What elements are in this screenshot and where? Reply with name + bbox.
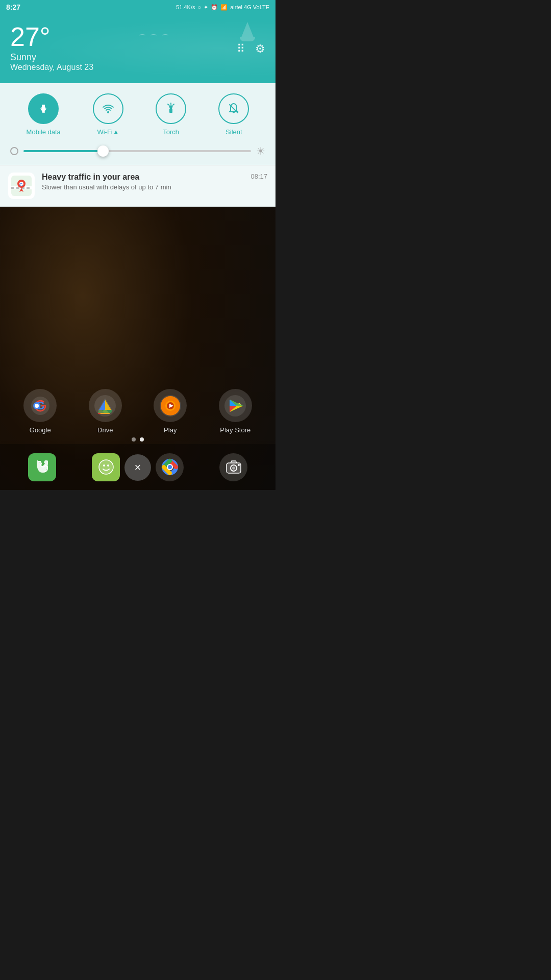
svg-point-20 xyxy=(103,464,105,467)
quick-tile-torch[interactable]: Torch xyxy=(156,93,186,136)
torch-circle xyxy=(156,93,186,124)
status-icons: 51.4K/s ○ ✦ ⏰ 📶 airtel 4G VoLTE xyxy=(176,4,269,11)
signal-icon: 📶 xyxy=(220,4,228,11)
svg-point-21 xyxy=(107,464,109,467)
svg-point-26 xyxy=(168,465,172,469)
carrier: airtel 4G VoLTE xyxy=(230,4,269,10)
dock-contacts[interactable] xyxy=(92,453,120,481)
svg-line-36 xyxy=(173,104,174,105)
settings-icon[interactable]: ⚙ xyxy=(255,42,265,56)
notification-body: Slower than usual with delays of up to 7… xyxy=(42,183,243,191)
svg-text:G: G xyxy=(19,182,23,187)
weather-actions: ⠿ ⚙ xyxy=(237,42,265,56)
weather-date: Wednesday, August 23 xyxy=(10,63,265,72)
app-play-store[interactable]: Play Store xyxy=(219,389,252,434)
close-notification-button[interactable]: × xyxy=(124,454,151,481)
svg-point-19 xyxy=(99,460,113,474)
bluetooth-icon: ✦ xyxy=(204,4,208,11)
svg-rect-32 xyxy=(169,109,172,113)
quick-settings-panel: Mobile data Wi-Fi▲ xyxy=(0,83,276,165)
play-music-label: Play xyxy=(164,426,177,434)
play-store-icon xyxy=(219,389,252,422)
quick-tile-silent[interactable]: Silent xyxy=(218,93,249,136)
page-dot-2 xyxy=(140,437,144,442)
alarm-icon: ⏰ xyxy=(211,4,218,11)
status-bar: 8:27 51.4K/s ○ ✦ ⏰ 📶 airtel 4G VoLTE xyxy=(0,0,276,14)
dock-camera[interactable] xyxy=(219,453,247,481)
dock: × xyxy=(0,444,276,490)
maps-app-icon: G xyxy=(8,173,35,199)
notification-time: 08:17 xyxy=(251,173,267,180)
google-icon: G xyxy=(23,389,57,422)
mobile-data-circle xyxy=(28,93,59,124)
notification-content: Heavy traffic in your area Slower than u… xyxy=(42,173,243,191)
grid-icon[interactable]: ⠿ xyxy=(237,42,245,56)
svg-rect-33 xyxy=(169,105,173,106)
play-music-icon xyxy=(154,389,187,422)
temperature: 27° xyxy=(10,23,265,50)
svg-point-31 xyxy=(107,111,109,113)
notification-maps[interactable]: G Heavy traffic in your area Slower than… xyxy=(0,165,276,207)
app-play-music[interactable]: Play xyxy=(154,389,187,434)
wifi-circle xyxy=(93,93,123,124)
dock-phone[interactable] xyxy=(28,453,56,481)
page-dot-1 xyxy=(132,437,136,442)
weather-condition: Sunny xyxy=(10,52,265,63)
svg-point-3 xyxy=(35,404,39,408)
weather-content: 27° Sunny Wednesday, August 23 xyxy=(10,23,265,72)
app-grid: G Google xyxy=(0,389,276,434)
sync-icon: ○ xyxy=(198,4,202,10)
app-drive[interactable]: Drive xyxy=(89,389,122,434)
app-google[interactable]: G Google xyxy=(23,389,57,434)
drive-icon xyxy=(89,389,122,422)
svg-point-30 xyxy=(238,464,240,466)
svg-point-29 xyxy=(232,467,235,470)
silent-circle xyxy=(218,93,249,124)
notification-title: Heavy traffic in your area xyxy=(42,173,243,182)
brightness-thumb[interactable] xyxy=(97,145,109,157)
torch-label: Torch xyxy=(163,128,179,136)
status-time: 8:27 xyxy=(6,3,20,11)
drive-label: Drive xyxy=(97,426,113,434)
brightness-high-icon: ☀ xyxy=(256,145,265,157)
mobile-data-label: Mobile data xyxy=(27,128,61,136)
quick-tiles: Mobile data Wi-Fi▲ xyxy=(10,93,265,136)
notification-shade: 8:27 51.4K/s ○ ✦ ⏰ 📶 airtel 4G VoLTE 27°… xyxy=(0,0,276,207)
google-label: Google xyxy=(30,426,51,434)
play-store-label: Play Store xyxy=(220,426,251,434)
page-indicators xyxy=(132,437,144,442)
brightness-slider[interactable] xyxy=(23,150,251,152)
silent-label: Silent xyxy=(226,128,242,136)
brightness-control[interactable]: ☀ xyxy=(10,145,265,157)
wifi-label: Wi-Fi▲ xyxy=(97,128,119,136)
network-speed: 51.4K/s xyxy=(176,4,195,10)
brightness-low-icon xyxy=(10,147,18,155)
quick-tile-wifi[interactable]: Wi-Fi▲ xyxy=(93,93,123,136)
dock-chrome[interactable] xyxy=(156,453,184,481)
svg-line-35 xyxy=(168,104,169,105)
weather-header: 27° Sunny Wednesday, August 23 ⠿ ⚙ xyxy=(0,14,276,83)
quick-tile-mobile-data[interactable]: Mobile data xyxy=(27,93,61,136)
